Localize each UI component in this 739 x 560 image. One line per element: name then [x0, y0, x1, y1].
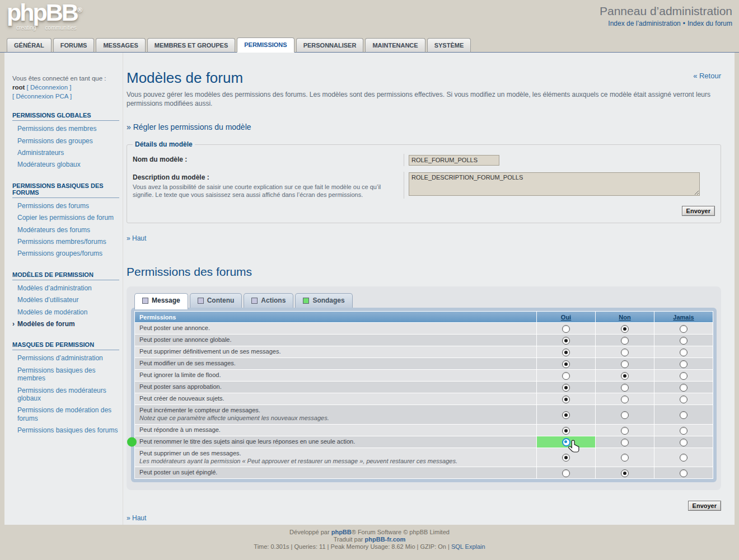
admin-index-link[interactable]: Index de l’administration: [608, 20, 680, 27]
phpbb-fr-link[interactable]: phpBB-fr.com: [365, 536, 406, 543]
sidebar-link-copier-les-permissions-de-forum[interactable]: Copier les permissions de forum: [17, 214, 114, 222]
radio-non[interactable]: [621, 396, 629, 403]
nav-tab-messages[interactable]: MESSAGES: [96, 38, 145, 53]
top-link-lower[interactable]: » Haut: [127, 514, 146, 522]
sidebar-item-moderateurs-globaux[interactable]: Modérateurs globaux: [12, 159, 119, 171]
column-header-link-jamais[interactable]: Jamais: [673, 314, 694, 321]
sidebar-link-moderateurs-des-forums[interactable]: Modérateurs des forums: [17, 226, 90, 234]
sidebar-item-copier-les-permissions-de-forum[interactable]: Copier les permissions de forum: [12, 212, 119, 224]
perm-tab-message[interactable]: Message: [134, 293, 188, 309]
radio-non[interactable]: [621, 469, 629, 477]
sidebar-item-permissions-des-forums[interactable]: Permissions des forums: [12, 200, 119, 212]
sidebar-link-permissions-basiques-des-membres[interactable]: Permissions basiques des membres: [17, 366, 95, 382]
sidebar-link-permissions-membres-forums[interactable]: Permissions membres/forums: [17, 238, 106, 246]
nav-tab-general[interactable]: GÉNÉRAL: [7, 38, 52, 53]
radio-jamais[interactable]: [680, 337, 687, 345]
sidebar-item-permissions-membres-forums[interactable]: Permissions membres/forums: [12, 236, 119, 248]
radio-oui[interactable]: [562, 396, 570, 403]
sidebar-link-permissions-des-membres[interactable]: Permissions des membres: [17, 125, 96, 133]
phpbb-link[interactable]: phpBB: [331, 529, 352, 535]
nav-tab-permissions[interactable]: PERMISSIONS: [237, 37, 294, 53]
sidebar-link-administrateurs[interactable]: Administrateurs: [17, 149, 64, 157]
forum-index-link[interactable]: Index du forum: [687, 20, 732, 27]
radio-oui[interactable]: [562, 325, 570, 333]
sidebar-link-permissions-d-administration[interactable]: Permissions d’administration: [17, 354, 103, 362]
logout-link[interactable]: [ Déconnexion ]: [27, 84, 72, 91]
sidebar-item-modeles-d-utilisateur[interactable]: Modèles d’utilisateur: [12, 294, 119, 306]
radio-jamais[interactable]: [680, 325, 687, 333]
permissions-submit-button[interactable]: Envoyer: [688, 501, 721, 511]
nav-tab-membres-et-groupes[interactable]: MEMBRES ET GROUPES: [147, 38, 235, 53]
perm-tab-contenu[interactable]: Contenu: [190, 293, 242, 308]
sidebar-item-permissions-de-moderation-des-forums[interactable]: Permissions de modération des forums: [12, 404, 119, 425]
radio-jamais[interactable]: [680, 469, 687, 477]
sidebar-item-moderateurs-des-forums[interactable]: Modérateurs des forums: [12, 224, 119, 236]
sidebar-link-moderateurs-globaux[interactable]: Modérateurs globaux: [17, 161, 81, 168]
sidebar-link-modeles-de-moderation[interactable]: Modèles de modération: [17, 308, 87, 316]
sidebar-link-modeles-d-utilisateur[interactable]: Modèles d’utilisateur: [17, 296, 78, 304]
back-link[interactable]: « Retour: [693, 72, 721, 80]
radio-jamais[interactable]: [680, 427, 687, 435]
sidebar-item-administrateurs[interactable]: Administrateurs: [12, 147, 119, 159]
sidebar-item-permissions-des-moderateurs-globaux[interactable]: Permissions des modérateurs globaux: [12, 385, 119, 405]
radio-non[interactable]: [621, 454, 629, 462]
radio-oui[interactable]: [562, 454, 570, 462]
sidebar-item-permissions-d-administration[interactable]: Permissions d’administration: [12, 352, 119, 364]
radio-non[interactable]: [621, 325, 629, 333]
sidebar-link-modeles-d-administration[interactable]: Modèles d’administration: [17, 284, 92, 292]
radio-oui[interactable]: [562, 411, 570, 419]
radio-jamais[interactable]: [680, 396, 687, 403]
top-link-upper[interactable]: » Haut: [127, 234, 146, 242]
radio-non[interactable]: [621, 427, 629, 435]
nav-tab-maintenance[interactable]: MAINTENANCE: [365, 38, 425, 53]
sidebar-link-permissions-des-forums[interactable]: Permissions des forums: [17, 202, 89, 210]
sidebar-link-modeles-de-forum[interactable]: Modèles de forum: [17, 320, 75, 328]
role-name-input[interactable]: [409, 155, 499, 166]
radio-oui[interactable]: [562, 372, 570, 380]
radio-oui[interactable]: [562, 337, 570, 345]
radio-oui[interactable]: [562, 360, 570, 368]
sidebar-item-permissions-groupes-forums[interactable]: Permissions groupes/forums: [12, 248, 119, 260]
radio-jamais[interactable]: [680, 349, 687, 356]
sidebar-item-modeles-d-administration[interactable]: Modèles d’administration: [12, 283, 119, 294]
sidebar-link-permissions-groupes-forums[interactable]: Permissions groupes/forums: [17, 250, 102, 257]
sidebar-link-permissions-des-moderateurs-globaux[interactable]: Permissions des modérateurs globaux: [17, 387, 106, 402]
column-header-link-oui[interactable]: Oui: [561, 314, 571, 321]
sidebar-item-permissions-des-groupes[interactable]: Permissions des groupes: [12, 135, 119, 147]
radio-non[interactable]: [621, 360, 629, 368]
radio-jamais[interactable]: [680, 372, 687, 380]
radio-oui[interactable]: [562, 349, 570, 356]
radio-jamais[interactable]: [680, 360, 687, 368]
radio-oui[interactable]: [562, 438, 570, 446]
radio-non[interactable]: [621, 337, 629, 345]
sql-explain-link[interactable]: SQL Explain: [451, 543, 485, 550]
sidebar-link-permissions-des-groupes[interactable]: Permissions des groupes: [17, 137, 93, 145]
radio-non[interactable]: [621, 372, 629, 380]
perm-tab-sondages[interactable]: Sondages: [295, 293, 352, 308]
sidebar-item-modeles-de-forum[interactable]: ›Modèles de forum: [12, 318, 119, 330]
radio-jamais[interactable]: [680, 411, 687, 419]
radio-non[interactable]: [621, 439, 629, 446]
radio-jamais[interactable]: [680, 454, 687, 462]
sidebar-link-permissions-basiques-des-forums[interactable]: Permissions basiques des forums: [17, 426, 118, 434]
column-header-link-non[interactable]: Non: [619, 314, 630, 321]
sidebar-item-permissions-basiques-des-membres[interactable]: Permissions basiques des membres: [12, 365, 119, 385]
radio-oui[interactable]: [562, 384, 570, 392]
radio-oui[interactable]: [562, 469, 570, 477]
role-description-textarea[interactable]: ROLE_DESCRIPTION_FORUM_POLLS: [409, 172, 700, 196]
radio-non[interactable]: [621, 349, 629, 356]
nav-tab-systeme[interactable]: SYSTÈME: [427, 38, 471, 53]
phpbb-logo[interactable]: phpBB® creating communities: [7, 1, 82, 31]
details-submit-button[interactable]: Envoyer: [682, 206, 715, 216]
sidebar-item-permissions-des-membres[interactable]: Permissions des membres: [12, 123, 119, 135]
radio-jamais[interactable]: [680, 384, 687, 392]
radio-oui[interactable]: [562, 427, 570, 435]
radio-jamais[interactable]: [680, 439, 687, 446]
radio-non[interactable]: [621, 411, 629, 419]
perm-tab-actions[interactable]: Actions: [244, 293, 293, 308]
nav-tab-personnaliser[interactable]: PERSONNALISER: [296, 38, 364, 53]
logout-pca-link[interactable]: [ Déconnexion PCA ]: [12, 93, 72, 100]
nav-tab-forums[interactable]: FORUMS: [53, 38, 95, 53]
sidebar-item-permissions-basiques-des-forums[interactable]: Permissions basiques des forums: [12, 425, 119, 436]
radio-non[interactable]: [621, 384, 629, 392]
